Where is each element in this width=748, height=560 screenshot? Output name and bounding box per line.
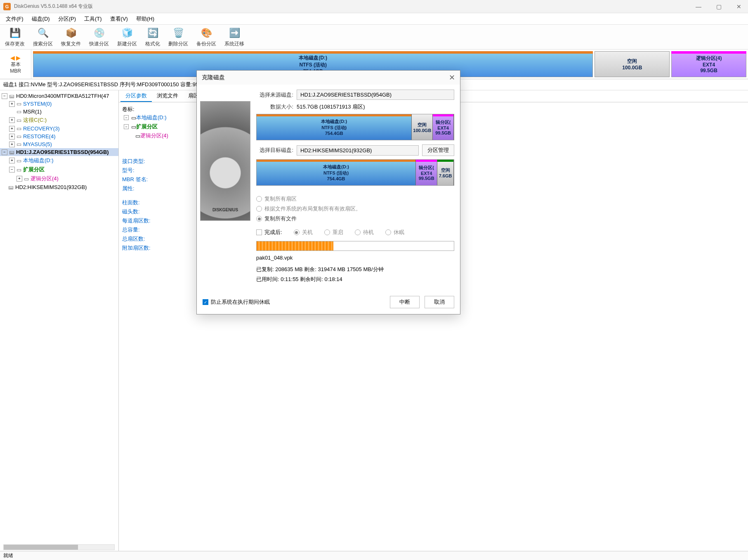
opt-shutdown[interactable]: 关机	[294, 227, 313, 237]
dst-part-d[interactable]: 本地磁盘(D:) NTFS (活动) 754.4GB	[257, 160, 416, 185]
dialog-footer: ✓防止系统在执行期间休眠 中断 取消	[197, 290, 460, 314]
time-stats: 已用时间: 0:11:55 剩余时间: 0:18:14	[256, 274, 454, 284]
partition-icon: ▭	[17, 167, 21, 173]
dialog-main: 选择来源磁盘: HD1:J.ZAO9SERIES1TBSSD(954GB) 数据…	[254, 85, 460, 290]
expand-icon[interactable]: +	[9, 142, 15, 147]
radio-icon	[355, 229, 361, 235]
tree-system[interactable]: +▭SYSTEM(0)	[0, 100, 118, 108]
expand-icon[interactable]: +	[9, 101, 15, 107]
partition-manage-button[interactable]: 分区管理	[422, 144, 454, 156]
disk-tree: −🖴HD0:Micron3400MTFDKBA512TFH(47 +▭SYSTE…	[0, 90, 119, 551]
partition-icon: ▭	[17, 158, 21, 164]
disk-map-nav: ◀ ▶ 基本 MBR	[0, 50, 31, 79]
opt-restart[interactable]: 重启	[324, 227, 343, 237]
tree-c[interactable]: +▭这很C(C:)	[0, 116, 118, 125]
recover-icon: 📦	[64, 26, 78, 40]
backup-partition-button[interactable]: 🎨备份分区	[195, 26, 218, 48]
tree-logic-4[interactable]: +▭逻辑分区(4)	[0, 174, 118, 183]
expand-icon[interactable]: +	[9, 158, 15, 163]
save-button[interactable]: 💾保存更改	[3, 26, 26, 48]
stop-button[interactable]: 中断	[390, 296, 420, 308]
src-part-free[interactable]: 空闲 100.0GB	[412, 114, 433, 140]
tree-hd0[interactable]: −🖴HD0:Micron3400MTFDKBA512TFH(47	[0, 92, 118, 100]
format-button[interactable]: 🔄格式化	[144, 26, 162, 48]
tree-myasus[interactable]: +▭MYASUS(5)	[0, 140, 118, 148]
tree-hd1[interactable]: −🖴HD1:J.ZAO9SERIES1TBSSD(954GB)	[0, 148, 118, 156]
cancel-button[interactable]: 取消	[425, 296, 454, 308]
partition-free[interactable]: 空闲 100.0GB	[595, 51, 670, 77]
format-icon: 🔄	[146, 26, 159, 40]
tab-partition-params[interactable]: 分区参数	[120, 90, 152, 102]
maximize-button[interactable]: ▢	[713, 3, 725, 10]
prevent-sleep-check[interactable]: ✓防止系统在执行期间休眠	[203, 297, 270, 307]
data-size-label: 数据大小:	[256, 103, 293, 111]
partition-icon: ▭	[131, 124, 136, 130]
partition-icon: ▭	[17, 125, 21, 132]
tree-hd2[interactable]: 🖴HD2:HIKSEMIMS201(932GB)	[0, 183, 118, 191]
dialog-image-col: DISKGENIUS	[197, 85, 254, 290]
close-button[interactable]: ✕	[733, 3, 745, 10]
source-disk-field[interactable]: HD1:J.ZAO9SERIES1TBSSD(954GB)	[297, 90, 454, 100]
new-partition-button[interactable]: 🧊新建分区	[116, 26, 139, 48]
menu-disk[interactable]: 磁盘(D)	[28, 14, 54, 24]
tree-msr[interactable]: ▭MSR(1)	[0, 108, 118, 116]
tree-recovery[interactable]: +▭RECOVERY(3)	[0, 125, 118, 132]
collapse-icon[interactable]: −	[9, 167, 15, 172]
window-title: DiskGenius V5.5.0.1488 x64 专业版	[14, 3, 692, 10]
dialog-title: 克隆磁盘	[202, 74, 225, 81]
save-icon: 💾	[8, 26, 21, 40]
tree-local-d[interactable]: +▭本地磁盘(D:)	[0, 156, 118, 165]
expand-icon[interactable]: +	[17, 176, 22, 182]
scrollbar-thumb[interactable]	[4, 545, 78, 550]
target-disk-label: 选择目标磁盘:	[256, 146, 293, 154]
dst-part-free[interactable]: 空闲 7.6GB	[437, 160, 454, 185]
collapse-icon[interactable]: −	[2, 93, 7, 99]
after-complete-check[interactable]: 完成后:	[256, 227, 282, 238]
magnifier-icon: 🔍	[36, 26, 50, 40]
expand-icon[interactable]: +	[9, 117, 15, 123]
src-part-ext4[interactable]: 辑分区( EXT4 99.5GB	[433, 114, 454, 140]
tree-ext-part[interactable]: −▭扩展分区	[0, 165, 118, 174]
partition-icon: ▭	[17, 141, 21, 147]
menu-view[interactable]: 查看(V)	[106, 14, 132, 24]
radio-icon	[256, 196, 262, 202]
recover-files-button[interactable]: 📦恢复文件	[59, 26, 83, 48]
collapse-icon[interactable]: −	[124, 124, 129, 129]
radio-icon	[256, 206, 262, 212]
opt-standby[interactable]: 待机	[355, 227, 374, 237]
radio-icon	[256, 216, 262, 222]
app-icon: G	[3, 3, 11, 10]
partition-icon: ▭	[131, 115, 136, 121]
dialog-close-button[interactable]: ✕	[449, 73, 455, 82]
current-file: pak01_048.vpk	[256, 253, 454, 262]
delete-partition-button[interactable]: 🗑️删除分区	[167, 26, 190, 48]
partition-icon: ▭	[17, 133, 21, 139]
system-migrate-button[interactable]: ➡️系统迁移	[223, 26, 246, 48]
radio-copy-all-files[interactable]: 复制所有文件	[256, 214, 454, 224]
menu-partition[interactable]: 分区(P)	[54, 14, 80, 24]
src-part-d[interactable]: 本地磁盘(D:) NTFS (活动) 754.4GB	[257, 114, 412, 140]
menu-file[interactable]: 文件(F)	[2, 14, 28, 24]
quick-partition-button[interactable]: 💿快速分区	[87, 26, 111, 48]
nav-arrows[interactable]: ◀ ▶	[10, 54, 21, 61]
expand-icon[interactable]: +	[9, 134, 15, 139]
radio-copy-all-sectors[interactable]: 复制所有扇区	[256, 194, 454, 204]
dst-part-ext4[interactable]: 辑分区( EXT4 99.5GB	[416, 160, 437, 185]
progress-fill	[257, 241, 333, 250]
source-disk-label: 选择来源磁盘:	[256, 91, 293, 99]
dialog-body: DISKGENIUS 选择来源磁盘: HD1:J.ZAO9SERIES1TBSS…	[197, 85, 460, 290]
radio-copy-fs-layout[interactable]: 根据文件系统的布局复制所有有效扇区。	[256, 204, 454, 214]
expand-icon[interactable]: +	[9, 126, 15, 132]
tree-horizontal-scrollbar[interactable]	[3, 544, 115, 550]
tab-browse-files[interactable]: 浏览文件	[152, 90, 183, 102]
menu-help[interactable]: 帮助(H)	[132, 14, 158, 24]
search-partition-button[interactable]: 🔍搜索分区	[31, 26, 54, 48]
partition-logical-4[interactable]: 逻辑分区(4) EXT4 99.5GB	[671, 51, 746, 77]
collapse-icon[interactable]: −	[124, 115, 129, 120]
collapse-icon[interactable]: −	[2, 149, 7, 155]
tree-restore[interactable]: +▭RESTORE(4)	[0, 132, 118, 140]
target-disk-field[interactable]: HD2:HIKSEMIMS201(932GB)	[297, 145, 419, 156]
minimize-button[interactable]: —	[692, 3, 705, 10]
opt-hibernate[interactable]: 休眠	[385, 227, 404, 237]
menu-tools[interactable]: 工具(T)	[80, 14, 106, 24]
